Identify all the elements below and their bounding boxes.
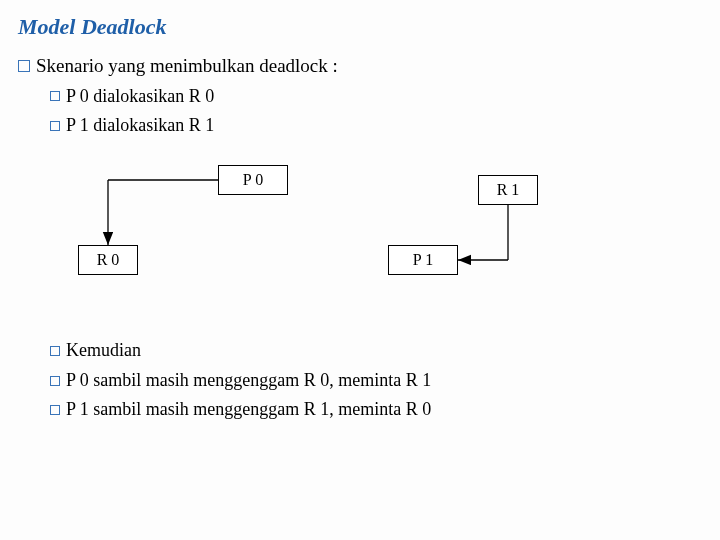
bullet-text: P 1 dialokasikan R 1 [66,114,214,137]
bullet-then-3: P 1 sambil masih menggenggam R 1, memint… [50,398,702,421]
bullet-intro: Skenario yang menimbulkan deadlock : [18,54,702,79]
bullet-square-icon [50,121,60,131]
bullet-text: P 0 sambil masih menggenggam R 0, memint… [66,369,431,392]
bullet-square-icon [50,405,60,415]
bullet-text: P 1 sambil masih menggenggam R 1, memint… [66,398,431,421]
bullet-alloc-1: P 0 dialokasikan R 0 [50,85,702,108]
bullet-square-icon [50,376,60,386]
bullet-alloc-2: P 1 dialokasikan R 1 [50,114,702,137]
bullet-text: Kemudian [66,339,141,362]
bullet-square-icon [50,346,60,356]
bullet-then-2: P 0 sambil masih menggenggam R 0, memint… [50,369,702,392]
slide-title: Model Deadlock [18,14,702,40]
bullet-square-icon [18,60,30,72]
diagram-edges [78,155,638,325]
deadlock-diagram: P 0 R 0 R 1 P 1 [78,155,638,325]
bullet-square-icon [50,91,60,101]
bullet-text: P 0 dialokasikan R 0 [66,85,214,108]
bullet-text: Skenario yang menimbulkan deadlock : [36,54,338,79]
bullet-then-1: Kemudian [50,339,702,362]
